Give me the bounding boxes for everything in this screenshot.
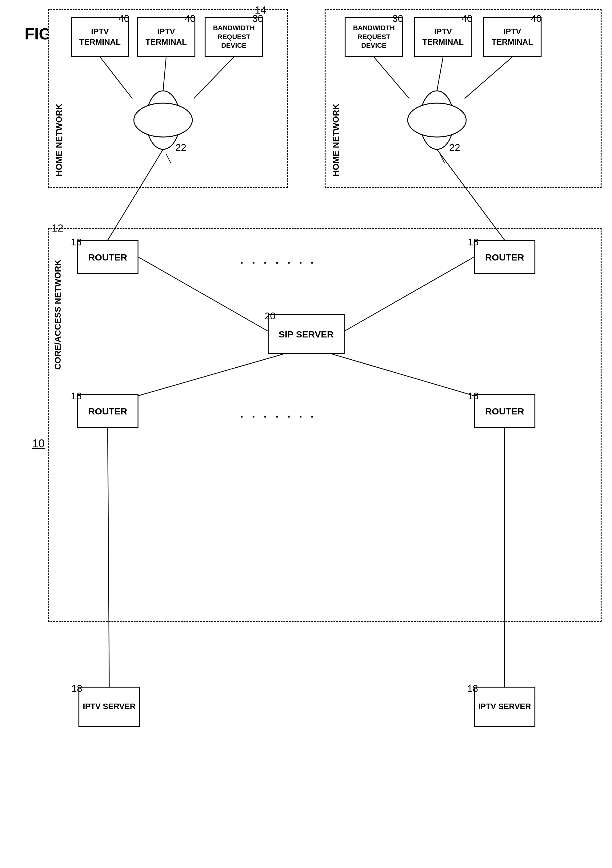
- ref-40-tm: 40: [185, 13, 196, 24]
- dots-bottom: . . . . . . .: [240, 406, 316, 420]
- left-home-network-label: HOME NETWORK: [54, 29, 64, 177]
- router-tl: ROUTER: [77, 240, 139, 274]
- ref-16-rbr: 16: [468, 391, 479, 402]
- core-access-label: CORE/ACCESS NETWORK: [53, 260, 63, 370]
- ref-40-rtm: 40: [462, 13, 473, 24]
- sip-server: SIP SERVER: [268, 314, 345, 354]
- ref-18-left: 18: [71, 683, 82, 694]
- ref-30-right: 30: [392, 13, 403, 24]
- iptv-server-right: IPTV SERVER: [474, 687, 535, 727]
- router-br: ROUTER: [474, 394, 535, 428]
- dots-top: . . . . . . .: [240, 253, 316, 267]
- page: FIG. 1 10 HOME NETWORK 14 IPTV TERMINAL …: [0, 0, 612, 868]
- right-home-network-label: HOME NETWORK: [331, 29, 341, 177]
- ref-12: 12: [52, 222, 63, 234]
- ref-40-tl: 40: [119, 13, 130, 24]
- iptv-server-left: IPTV SERVER: [79, 687, 140, 727]
- ref-30-left: 30: [252, 13, 263, 24]
- ref-16-rtr: 16: [468, 237, 479, 248]
- router-bl: ROUTER: [77, 394, 139, 428]
- ref-18-right: 18: [467, 683, 478, 694]
- ref-40-rtr: 40: [531, 13, 542, 24]
- ref-16-rtl: 16: [71, 237, 82, 248]
- ref-16-rbl: 16: [71, 391, 82, 402]
- ref-20: 20: [264, 310, 276, 322]
- router-tr: ROUTER: [474, 240, 535, 274]
- system-ref-10: 10: [32, 437, 45, 450]
